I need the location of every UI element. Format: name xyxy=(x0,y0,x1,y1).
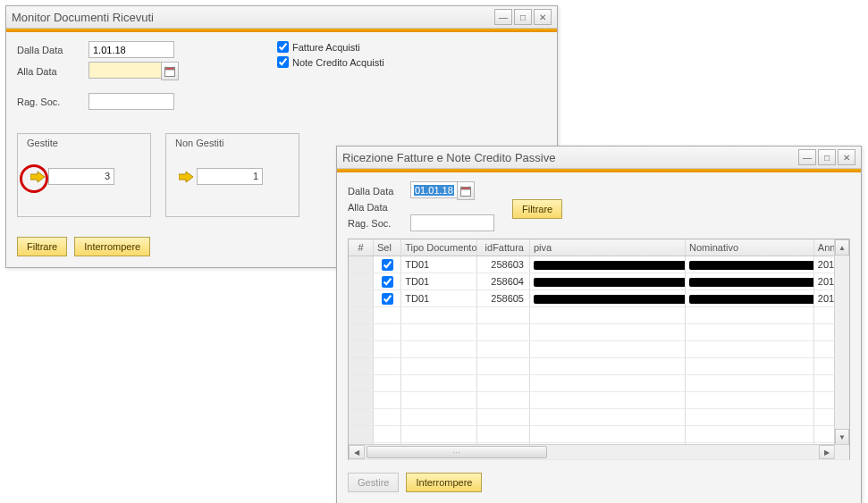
close-button[interactable]: ✕ xyxy=(838,149,855,165)
monitor-filtrare-button[interactable]: Filtrare xyxy=(17,237,67,256)
label-fatture-acquisti: Fatture Acquisti xyxy=(292,42,360,53)
table-row-empty xyxy=(349,307,849,324)
col-sel[interactable]: Sel xyxy=(374,239,401,256)
table-row[interactable]: TD01 258603 2018 xyxy=(349,256,849,273)
monitor-alla-data-input[interactable] xyxy=(88,62,161,79)
cell-piva xyxy=(530,273,686,289)
cell-piva xyxy=(530,256,686,272)
label-note-credito-acquisti: Note Credito Acquisti xyxy=(292,57,384,68)
maximize-button[interactable]: □ xyxy=(818,149,836,165)
ric-label-rag-soc: Rag. Soc. xyxy=(348,218,410,229)
grid: # Sel Tipo Documento idFattura piva Nomi… xyxy=(348,239,850,460)
arrow-right-icon[interactable] xyxy=(179,171,193,183)
close-button[interactable]: ✕ xyxy=(534,9,552,25)
ricezione-filtrare-button[interactable]: Filtrare xyxy=(512,199,562,219)
scroll-corner xyxy=(834,444,849,459)
cell-piva xyxy=(530,290,686,306)
calendar-icon[interactable] xyxy=(161,62,179,80)
table-row-empty xyxy=(349,375,849,392)
scroll-down-icon[interactable]: ▼ xyxy=(835,429,849,445)
table-row[interactable]: TD01 258604 2018 xyxy=(349,273,849,290)
col-nom[interactable]: Nominativo xyxy=(686,239,814,256)
label-rag-soc: Rag. Soc. xyxy=(17,96,88,107)
col-tipo[interactable]: Tipo Documento xyxy=(401,239,477,256)
cell-tipo: TD01 xyxy=(401,256,477,272)
cell-idf: 258604 xyxy=(477,273,530,289)
scroll-right-icon[interactable]: ▶ xyxy=(819,445,835,459)
calendar-icon[interactable] xyxy=(457,181,475,200)
horizontal-scrollbar[interactable]: ◀ ··· ▶ xyxy=(349,444,835,459)
table-row-empty xyxy=(349,358,849,375)
non-gestiti-count: 1 xyxy=(197,168,263,185)
ricezione-gestire-button[interactable]: Gestire xyxy=(348,473,399,492)
cell-tipo: TD01 xyxy=(401,273,477,289)
check-fatture-acquisti[interactable] xyxy=(277,41,289,53)
monitor-title: Monitor Documenti Ricevuti xyxy=(12,11,494,24)
col-piva[interactable]: piva xyxy=(530,239,686,256)
ricezione-window: Ricezione Fatture e Note Credito Passive… xyxy=(336,146,862,503)
grid-header: # Sel Tipo Documento idFattura piva Nomi… xyxy=(349,239,849,256)
ric-label-alla-data: Alla Data xyxy=(348,202,410,213)
legend-non-gestiti: Non Gestiti xyxy=(175,138,223,148)
row-checkbox[interactable] xyxy=(382,259,393,271)
ricezione-interrompere-button[interactable]: Interrompere xyxy=(406,473,482,492)
monitor-dalla-data-input[interactable] xyxy=(88,41,174,58)
ricezione-rag-soc-input[interactable] xyxy=(410,214,494,231)
ric-label-dalla-data: Dalla Data xyxy=(348,186,410,197)
label-dalla-data: Dalla Data xyxy=(17,45,88,55)
table-row-empty xyxy=(349,392,849,409)
cell-nom xyxy=(686,290,814,306)
scroll-thumb[interactable]: ··· xyxy=(367,446,547,458)
table-row-empty xyxy=(349,341,849,358)
col-num[interactable]: # xyxy=(349,239,374,256)
minimize-button[interactable]: — xyxy=(494,9,512,25)
svg-marker-5 xyxy=(179,172,193,182)
group-gestite: Gestite 3 xyxy=(17,133,151,217)
table-row[interactable]: TD01 258605 2018 xyxy=(349,290,849,307)
ricezione-dalla-data-input[interactable]: 01.01.18 xyxy=(414,185,454,196)
group-non-gestiti: Non Gestiti 1 xyxy=(165,133,299,217)
cell-idf: 258603 xyxy=(477,256,530,272)
monitor-titlebar: Monitor Documenti Ricevuti — □ ✕ xyxy=(6,6,557,29)
table-row-empty xyxy=(349,409,849,426)
highlight-circle xyxy=(20,164,48,193)
cell-nom xyxy=(686,273,814,289)
maximize-button[interactable]: □ xyxy=(514,9,532,25)
row-checkbox[interactable] xyxy=(382,276,393,288)
legend-gestite: Gestite xyxy=(27,138,58,148)
monitor-rag-soc-input[interactable] xyxy=(88,93,174,110)
ricezione-title: Ricezione Fatture e Note Credito Passive xyxy=(342,151,798,164)
cell-tipo: TD01 xyxy=(401,290,477,306)
cell-nom xyxy=(686,256,814,272)
scroll-left-icon[interactable]: ◀ xyxy=(349,445,365,459)
cell-idf: 258605 xyxy=(477,290,530,306)
scroll-up-icon[interactable]: ▲ xyxy=(835,239,849,256)
check-note-credito-acquisti[interactable] xyxy=(277,56,289,68)
ricezione-titlebar: Ricezione Fatture e Note Credito Passive… xyxy=(337,147,861,169)
table-row-empty xyxy=(349,324,849,341)
monitor-interrompere-button[interactable]: Interrompere xyxy=(74,237,150,256)
vertical-scrollbar[interactable]: ▲ ▼ xyxy=(834,239,849,445)
table-row-empty xyxy=(349,426,849,443)
col-idf[interactable]: idFattura xyxy=(477,239,530,256)
label-alla-data: Alla Data xyxy=(17,66,88,77)
minimize-button[interactable]: — xyxy=(798,149,816,165)
row-checkbox[interactable] xyxy=(382,293,393,305)
gestite-count: 3 xyxy=(48,168,114,185)
